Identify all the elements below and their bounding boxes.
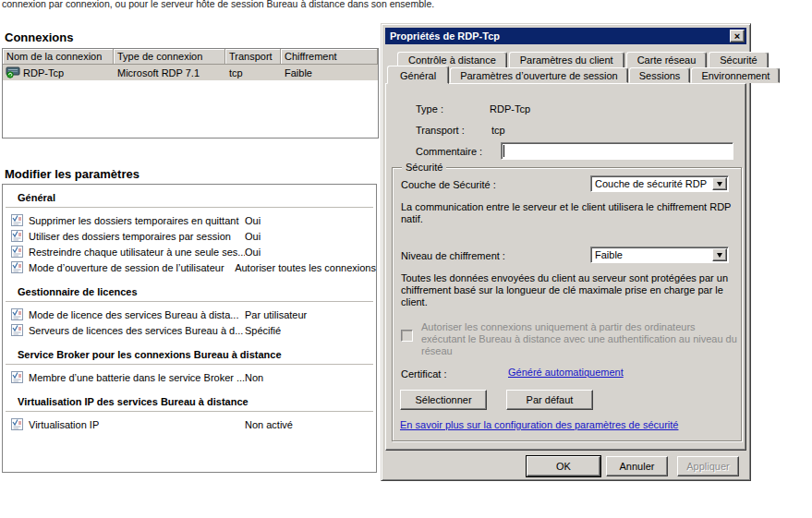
learn-more-link[interactable]: En savoir plus sur la configuration des …: [400, 419, 678, 430]
tab-client-settings[interactable]: Paramètres du client: [509, 52, 624, 68]
select-button[interactable]: Sélectionner: [400, 390, 487, 410]
connection-encryption: Faible: [281, 67, 378, 78]
security-layer-selected-value: Couche de sécurité RDP: [591, 178, 712, 189]
setting-icon: [11, 246, 23, 258]
type-value: RDP-Tcp: [490, 103, 530, 114]
certificate-label: Certificat :: [401, 368, 447, 379]
group-title-general: Général: [18, 192, 376, 203]
setting-row-temp-folders-per-session[interactable]: Utiliser des dossiers temporaires par se…: [11, 228, 376, 244]
settings-list: Général Supprimer les dossiers temporair…: [2, 184, 377, 473]
connection-type: Microsoft RDP 7.1: [114, 67, 225, 78]
divider: [6, 207, 373, 208]
table-row-rdp-tcp[interactable]: RDP-Tcp Microsoft RDP 7.1 tcp Faible: [3, 65, 378, 80]
dialog-titlebar[interactable]: Propriétés de RDP-Tcp ×: [385, 28, 746, 44]
security-layer-label: Couche de Sécurité :: [401, 179, 496, 190]
tab-sessions[interactable]: Sessions: [629, 67, 691, 83]
comment-input[interactable]: [501, 142, 733, 160]
tab-security[interactable]: Sécurité: [709, 52, 768, 68]
setting-label: Virtualisation IP: [29, 419, 245, 430]
setting-label: Membre d’une batterie dans le service Br…: [29, 372, 245, 383]
desktop-screen: connexion par connexion, ou pour le serv…: [0, 0, 812, 518]
setting-row-license-mode[interactable]: Mode de licence des services Bureau à di…: [11, 307, 376, 322]
setting-value: Par utilisateur: [245, 309, 307, 320]
divider: [6, 301, 373, 302]
setting-icon: [11, 308, 23, 320]
setting-label: Mode d’ouverture de session de l’utilisa…: [29, 262, 235, 273]
tab-row-front: Général Paramètres d’ouverture de sessio…: [387, 67, 781, 84]
connections-table: Nom de la connexion Type de connexion Tr…: [2, 48, 379, 139]
setting-row-logon-mode[interactable]: Mode d’ouverture de session de l’utilisa…: [11, 259, 376, 275]
column-header-name[interactable]: Nom de la connexion: [3, 49, 114, 65]
connections-heading: Connexions: [5, 30, 73, 44]
setting-value: Oui: [245, 247, 261, 258]
setting-value: Non: [245, 372, 263, 383]
setting-label: Supprimer les dossiers temporaires en qu…: [29, 215, 245, 226]
security-groupbox: Sécurité Couche de Sécurité : Couche de …: [392, 167, 742, 441]
encryption-level-label: Niveau de chiffrement :: [401, 250, 505, 261]
security-layer-description: La communication entre le serveur et le …: [401, 201, 733, 225]
certificate-link[interactable]: Généré automatiquement: [508, 367, 624, 378]
setting-value: Non activé: [245, 419, 293, 430]
settings-heading: Modifier les paramètres: [5, 167, 139, 181]
setting-row-farm-member[interactable]: Membre d’une batterie dans le service Br…: [11, 369, 376, 385]
close-icon[interactable]: ×: [730, 30, 745, 42]
transport-label: Transport :: [416, 125, 465, 136]
comment-label: Commentaire :: [416, 146, 482, 157]
setting-value: Autoriser toutes les connexions: [235, 262, 376, 273]
setting-value: Oui: [245, 231, 261, 242]
rdp-connection-icon: [6, 66, 20, 78]
setting-label: Utiliser des dossiers temporaires par se…: [29, 231, 245, 242]
divider: [6, 411, 373, 412]
setting-value: Oui: [245, 215, 261, 226]
tab-panel-general: Type : RDP-Tcp Transport : tcp Commentai…: [385, 83, 746, 451]
connection-transport: tcp: [225, 67, 281, 78]
ok-button[interactable]: OK: [527, 456, 600, 476]
tab-network-adapter[interactable]: Carte réseau: [626, 52, 708, 68]
setting-row-license-servers[interactable]: Serveurs de licences des services Bureau…: [11, 322, 376, 338]
default-button[interactable]: Par défaut: [506, 390, 593, 410]
setting-value: Spécifié: [245, 325, 281, 336]
encryption-level-selected-value: Faible: [591, 249, 712, 260]
nla-checkbox-label: Autoriser les connexions uniquement à pa…: [421, 321, 740, 357]
setting-row-restrict-single-session[interactable]: Restreindre chaque utilisateur à une seu…: [11, 244, 376, 259]
apply-button[interactable]: Appliquer: [677, 456, 739, 476]
setting-icon: [11, 230, 23, 242]
setting-label: Serveurs de licences des services Bureau…: [29, 325, 245, 336]
setting-row-temp-folders-delete[interactable]: Supprimer les dossiers temporaires en qu…: [11, 212, 376, 228]
transport-value: tcp: [491, 125, 505, 136]
setting-icon: [11, 214, 23, 226]
setting-icon: [11, 371, 23, 383]
tab-row-back: Contrôle à distance Paramètres du client…: [397, 52, 770, 68]
setting-icon: [11, 261, 23, 273]
group-title-licensing: Gestionnaire de licences: [18, 286, 376, 297]
security-layer-combobox[interactable]: Couche de sécurité RDP: [590, 175, 729, 192]
column-header-encryption[interactable]: Chiffrement: [281, 49, 378, 65]
connection-name: RDP-Tcp: [23, 67, 64, 78]
tab-general[interactable]: Général: [387, 66, 449, 84]
encryption-description: Toutes les données envoyées du client au…: [401, 272, 735, 308]
setting-icon: [11, 418, 23, 430]
cancel-button[interactable]: Annuler: [606, 456, 668, 476]
setting-label: Restreindre chaque utilisateur à une seu…: [29, 247, 245, 258]
security-groupbox-legend: Sécurité: [402, 162, 446, 173]
tab-environment[interactable]: Environnement: [691, 67, 780, 83]
connections-table-header: Nom de la connexion Type de connexion Tr…: [3, 49, 378, 65]
nla-checkbox: [401, 330, 413, 342]
setting-row-ip-virtualization[interactable]: Virtualisation IP Non activé: [11, 416, 376, 432]
chevron-down-icon[interactable]: [712, 248, 727, 261]
group-title-ip-virtualization: Virtualisation IP des services Bureau à …: [18, 396, 376, 407]
column-header-type[interactable]: Type de connexion: [114, 49, 225, 65]
rdp-tcp-properties-dialog: Propriétés de RDP-Tcp × Contrôle à dista…: [381, 23, 751, 481]
setting-label: Mode de licence des services Bureau à di…: [29, 309, 245, 320]
text-caret: [503, 145, 504, 157]
group-title-broker: Service Broker pour les connexions Burea…: [18, 349, 376, 360]
intro-text: connexion par connexion, ou pour le serv…: [2, 0, 434, 9]
type-label: Type :: [416, 103, 443, 114]
setting-icon: [11, 324, 23, 336]
divider: [6, 364, 373, 365]
encryption-level-combobox[interactable]: Faible: [590, 247, 729, 263]
dialog-title: Propriétés de RDP-Tcp: [390, 30, 500, 42]
tab-logon-settings[interactable]: Paramètres d’ouverture de session: [450, 67, 628, 83]
column-header-transport[interactable]: Transport: [225, 49, 281, 65]
chevron-down-icon[interactable]: [712, 177, 727, 190]
